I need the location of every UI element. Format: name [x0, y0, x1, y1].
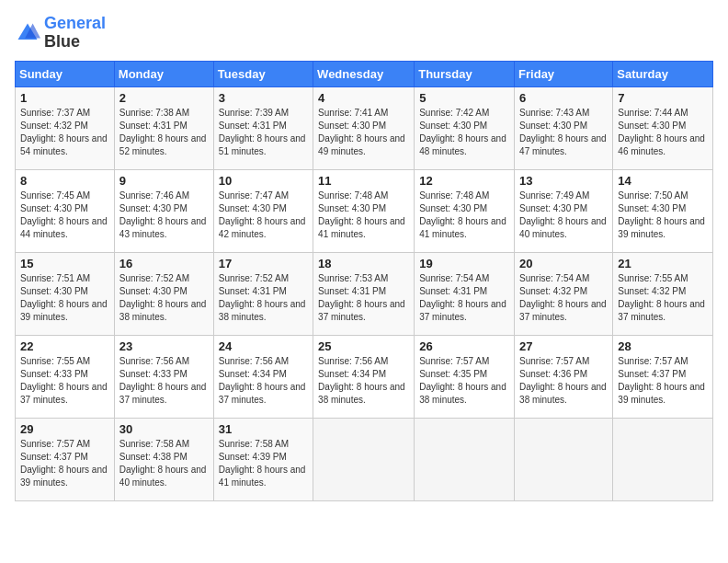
- day-info: Sunrise: 7:58 AM Sunset: 4:38 PM Dayligh…: [119, 438, 209, 489]
- day-cell: 30 Sunrise: 7:58 AM Sunset: 4:38 PM Dayl…: [114, 418, 213, 500]
- col-header-thursday: Thursday: [415, 61, 515, 86]
- day-number: 23: [119, 339, 209, 353]
- calendar: SundayMondayTuesdayWednesdayThursdayFrid…: [15, 61, 713, 501]
- day-number: 19: [419, 257, 509, 270]
- day-cell: [613, 418, 713, 500]
- day-number: 18: [318, 257, 409, 270]
- day-info: Sunrise: 7:52 AM Sunset: 4:31 PM Dayligh…: [219, 272, 308, 324]
- day-number: 31: [219, 422, 308, 436]
- day-number: 20: [519, 257, 608, 270]
- day-info: Sunrise: 7:38 AM Sunset: 4:31 PM Dayligh…: [119, 107, 209, 158]
- day-info: Sunrise: 7:56 AM Sunset: 4:34 PM Dayligh…: [318, 355, 409, 407]
- day-info: Sunrise: 7:49 AM Sunset: 4:30 PM Dayligh…: [519, 190, 608, 241]
- day-number: 24: [219, 339, 308, 353]
- week-row-2: 8 Sunrise: 7:45 AM Sunset: 4:30 PM Dayli…: [16, 169, 713, 252]
- day-info: Sunrise: 7:45 AM Sunset: 4:30 PM Dayligh…: [20, 190, 109, 241]
- day-cell: 14 Sunrise: 7:50 AM Sunset: 4:30 PM Dayl…: [613, 169, 713, 252]
- day-number: 14: [618, 174, 708, 188]
- day-info: Sunrise: 7:57 AM Sunset: 4:37 PM Dayligh…: [20, 438, 109, 489]
- day-number: 12: [419, 174, 509, 188]
- day-cell: 17 Sunrise: 7:52 AM Sunset: 4:31 PM Dayl…: [213, 252, 313, 335]
- day-number: 4: [318, 91, 409, 105]
- day-cell: 20 Sunrise: 7:54 AM Sunset: 4:32 PM Dayl…: [515, 252, 613, 335]
- day-info: Sunrise: 7:47 AM Sunset: 4:30 PM Dayligh…: [219, 190, 308, 241]
- day-info: Sunrise: 7:39 AM Sunset: 4:31 PM Dayligh…: [219, 107, 308, 158]
- day-number: 26: [419, 339, 509, 353]
- day-info: Sunrise: 7:53 AM Sunset: 4:31 PM Dayligh…: [318, 272, 409, 324]
- day-cell: 15 Sunrise: 7:51 AM Sunset: 4:30 PM Dayl…: [16, 252, 115, 335]
- week-row-3: 15 Sunrise: 7:51 AM Sunset: 4:30 PM Dayl…: [16, 252, 713, 335]
- day-cell: 23 Sunrise: 7:56 AM Sunset: 4:33 PM Dayl…: [114, 335, 213, 418]
- day-cell: 5 Sunrise: 7:42 AM Sunset: 4:30 PM Dayli…: [415, 86, 515, 169]
- day-cell: 26 Sunrise: 7:57 AM Sunset: 4:35 PM Dayl…: [415, 335, 515, 418]
- day-info: Sunrise: 7:57 AM Sunset: 4:35 PM Dayligh…: [419, 355, 509, 407]
- day-number: 7: [618, 91, 708, 105]
- day-cell: 21 Sunrise: 7:55 AM Sunset: 4:32 PM Dayl…: [613, 252, 713, 335]
- day-info: Sunrise: 7:57 AM Sunset: 4:36 PM Dayligh…: [519, 355, 608, 407]
- day-info: Sunrise: 7:55 AM Sunset: 4:33 PM Dayligh…: [20, 355, 109, 407]
- day-number: 1: [20, 91, 109, 105]
- day-info: Sunrise: 7:43 AM Sunset: 4:30 PM Dayligh…: [519, 107, 608, 158]
- day-info: Sunrise: 7:42 AM Sunset: 4:30 PM Dayligh…: [419, 107, 509, 158]
- day-cell: 13 Sunrise: 7:49 AM Sunset: 4:30 PM Dayl…: [515, 169, 613, 252]
- calendar-header: SundayMondayTuesdayWednesdayThursdayFrid…: [16, 61, 713, 86]
- day-number: 22: [20, 339, 109, 353]
- day-cell: 25 Sunrise: 7:56 AM Sunset: 4:34 PM Dayl…: [313, 335, 415, 418]
- day-info: Sunrise: 7:50 AM Sunset: 4:30 PM Dayligh…: [618, 190, 708, 241]
- day-cell: [313, 418, 415, 500]
- day-info: Sunrise: 7:54 AM Sunset: 4:32 PM Dayligh…: [519, 272, 608, 324]
- day-number: 10: [219, 174, 308, 188]
- header: General Blue: [15, 15, 713, 52]
- day-info: Sunrise: 7:58 AM Sunset: 4:39 PM Dayligh…: [219, 438, 308, 489]
- day-number: 16: [119, 257, 209, 270]
- day-cell: 27 Sunrise: 7:57 AM Sunset: 4:36 PM Dayl…: [515, 335, 613, 418]
- col-header-wednesday: Wednesday: [313, 61, 415, 86]
- day-info: Sunrise: 7:48 AM Sunset: 4:30 PM Dayligh…: [318, 190, 409, 241]
- day-info: Sunrise: 7:52 AM Sunset: 4:30 PM Dayligh…: [119, 272, 209, 324]
- col-header-friday: Friday: [515, 61, 613, 86]
- day-cell: 3 Sunrise: 7:39 AM Sunset: 4:31 PM Dayli…: [213, 86, 313, 169]
- day-info: Sunrise: 7:46 AM Sunset: 4:30 PM Dayligh…: [119, 190, 209, 241]
- week-row-4: 22 Sunrise: 7:55 AM Sunset: 4:33 PM Dayl…: [16, 335, 713, 418]
- day-cell: 24 Sunrise: 7:56 AM Sunset: 4:34 PM Dayl…: [213, 335, 313, 418]
- day-number: 15: [20, 257, 109, 270]
- day-cell: 1 Sunrise: 7:37 AM Sunset: 4:32 PM Dayli…: [16, 86, 115, 169]
- day-info: Sunrise: 7:48 AM Sunset: 4:30 PM Dayligh…: [419, 190, 509, 241]
- day-info: Sunrise: 7:54 AM Sunset: 4:31 PM Dayligh…: [419, 272, 509, 324]
- day-cell: 29 Sunrise: 7:57 AM Sunset: 4:37 PM Dayl…: [16, 418, 115, 500]
- day-number: 13: [519, 174, 608, 188]
- day-number: 27: [519, 339, 608, 353]
- calendar-body: 1 Sunrise: 7:37 AM Sunset: 4:32 PM Dayli…: [16, 86, 713, 500]
- col-header-sunday: Sunday: [16, 61, 115, 86]
- day-cell: 12 Sunrise: 7:48 AM Sunset: 4:30 PM Dayl…: [415, 169, 515, 252]
- day-cell: 11 Sunrise: 7:48 AM Sunset: 4:30 PM Dayl…: [313, 169, 415, 252]
- col-header-saturday: Saturday: [613, 61, 713, 86]
- day-info: Sunrise: 7:44 AM Sunset: 4:30 PM Dayligh…: [618, 107, 708, 158]
- header-row: SundayMondayTuesdayWednesdayThursdayFrid…: [16, 61, 713, 86]
- day-number: 28: [618, 339, 708, 353]
- day-cell: 31 Sunrise: 7:58 AM Sunset: 4:39 PM Dayl…: [213, 418, 313, 500]
- logo: General Blue: [15, 15, 106, 52]
- col-header-monday: Monday: [114, 61, 213, 86]
- day-cell: 28 Sunrise: 7:57 AM Sunset: 4:37 PM Dayl…: [613, 335, 713, 418]
- day-cell: 9 Sunrise: 7:46 AM Sunset: 4:30 PM Dayli…: [114, 169, 213, 252]
- day-cell: 2 Sunrise: 7:38 AM Sunset: 4:31 PM Dayli…: [114, 86, 213, 169]
- day-cell: 7 Sunrise: 7:44 AM Sunset: 4:30 PM Dayli…: [613, 86, 713, 169]
- day-cell: 10 Sunrise: 7:47 AM Sunset: 4:30 PM Dayl…: [213, 169, 313, 252]
- day-cell: [515, 418, 613, 500]
- day-number: 8: [20, 174, 109, 188]
- day-number: 29: [20, 422, 109, 436]
- day-info: Sunrise: 7:57 AM Sunset: 4:37 PM Dayligh…: [618, 355, 708, 407]
- day-info: Sunrise: 7:41 AM Sunset: 4:30 PM Dayligh…: [318, 107, 409, 158]
- day-info: Sunrise: 7:56 AM Sunset: 4:34 PM Dayligh…: [219, 355, 308, 407]
- day-cell: 22 Sunrise: 7:55 AM Sunset: 4:33 PM Dayl…: [16, 335, 115, 418]
- col-header-tuesday: Tuesday: [213, 61, 313, 86]
- day-number: 5: [419, 91, 509, 105]
- day-number: 2: [119, 91, 209, 105]
- day-number: 30: [119, 422, 209, 436]
- day-cell: [415, 418, 515, 500]
- day-info: Sunrise: 7:37 AM Sunset: 4:32 PM Dayligh…: [20, 107, 109, 158]
- day-cell: 18 Sunrise: 7:53 AM Sunset: 4:31 PM Dayl…: [313, 252, 415, 335]
- day-number: 21: [618, 257, 708, 270]
- day-cell: 6 Sunrise: 7:43 AM Sunset: 4:30 PM Dayli…: [515, 86, 613, 169]
